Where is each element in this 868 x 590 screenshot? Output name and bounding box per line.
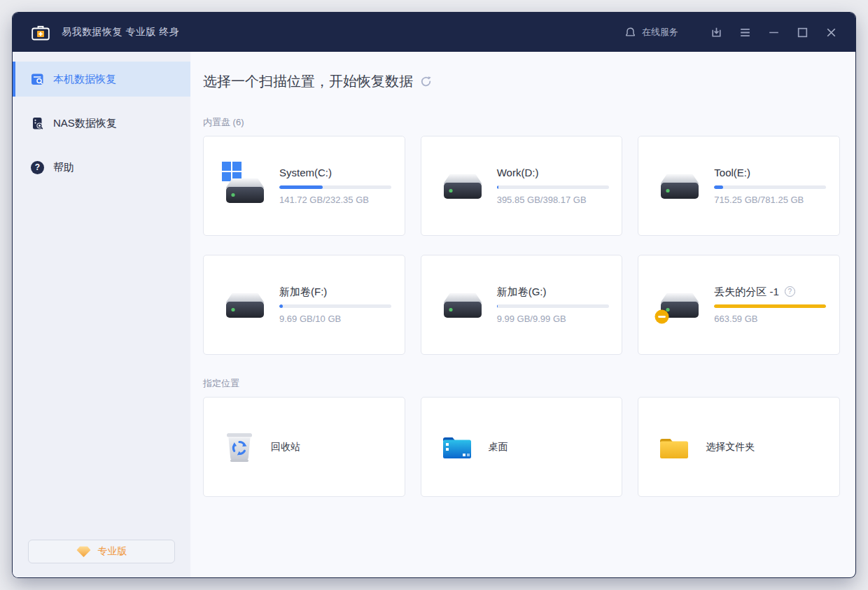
drive-name: 新加卷(F:) <box>279 285 391 298</box>
drive-card-tool-e[interactable]: Tool(E:) 715.25 GB/781.25 GB <box>638 136 840 236</box>
drive-icon-wrap <box>657 162 703 211</box>
titlebar-actions: 在线服务 <box>624 24 839 40</box>
drive-card-work-d[interactable]: Work(D:) 395.85 GB/398.17 GB <box>421 136 623 236</box>
drive-card-system-c[interactable]: System(C:) 141.72 GB/232.35 GB <box>203 136 405 236</box>
nas-recovery-icon <box>31 117 44 130</box>
hard-drive-icon <box>443 291 482 319</box>
drive-usage-bar <box>714 304 826 308</box>
drive-usage-bar <box>497 185 609 189</box>
help-circle-icon[interactable]: ? <box>785 286 795 297</box>
hard-drive-icon <box>443 172 482 200</box>
folder-icon <box>657 430 692 465</box>
section-label-specified-locations: 指定位置 <box>203 377 840 390</box>
hard-drive-icon <box>225 291 265 319</box>
sidebar-item-local-recovery[interactable]: 本机数据恢复 <box>13 62 190 97</box>
drive-icon-wrap <box>657 281 703 330</box>
drive-name: 丢失的分区 -1 <box>714 285 779 298</box>
drive-name: Tool(E:) <box>714 166 826 179</box>
sidebar-item-label: NAS数据恢复 <box>53 117 117 130</box>
refresh-icon[interactable] <box>420 76 432 87</box>
online-service-label: 在线服务 <box>642 26 678 38</box>
drive-usage-bar <box>279 185 391 189</box>
menu-button[interactable] <box>737 24 752 40</box>
drive-capacity: 9.99 GB/9.99 GB <box>497 314 609 325</box>
bell-icon <box>624 27 636 38</box>
page-title: 选择一个扫描位置，开始恢复数据 <box>203 71 840 91</box>
sidebar-item-nas-recovery[interactable]: NAS数据恢复 <box>13 106 190 141</box>
drive-name: Work(D:) <box>497 166 609 179</box>
download-button[interactable] <box>708 24 724 40</box>
sidebar-item-label: 帮助 <box>53 161 74 174</box>
drive-usage-bar <box>497 304 609 308</box>
drive-icon-wrap <box>440 281 486 330</box>
sidebar: 本机数据恢复 NAS数据恢复 ? <box>13 52 190 577</box>
gem-icon <box>76 546 91 558</box>
location-card-desktop[interactable]: 桌面 <box>421 397 623 497</box>
location-card-recycle-bin[interactable]: 回收站 <box>203 397 405 497</box>
drive-capacity: 715.25 GB/781.25 GB <box>714 195 826 206</box>
toolbox-plus-icon <box>31 24 50 41</box>
location-label: 回收站 <box>271 441 300 454</box>
drive-capacity: 9.69 GB/10 GB <box>279 314 391 325</box>
hard-drive-icon <box>660 172 699 200</box>
section-label-internal-drives: 内置盘 (6) <box>203 116 840 129</box>
help-icon: ? <box>31 161 44 174</box>
location-label: 选择文件夹 <box>706 441 755 454</box>
sidebar-item-label: 本机数据恢复 <box>53 73 116 86</box>
drive-card-new-volume-g[interactable]: 新加卷(G:) 9.99 GB/9.99 GB <box>421 255 623 355</box>
drive-usage-bar <box>279 304 391 308</box>
drive-icon-wrap <box>440 162 486 211</box>
drive-card-new-volume-f[interactable]: 新加卷(F:) 9.69 GB/10 GB <box>203 255 405 355</box>
sidebar-item-help[interactable]: ? 帮助 <box>13 150 190 185</box>
pro-version-label: 专业版 <box>98 545 127 558</box>
titlebar: 易我数据恢复 专业版 终身 在线服务 <box>13 13 855 52</box>
local-recovery-icon <box>31 73 44 86</box>
drive-icon-wrap <box>222 162 268 211</box>
location-card-choose-folder[interactable]: 选择文件夹 <box>638 397 840 497</box>
location-label: 桌面 <box>489 441 508 454</box>
desktop-folder-icon <box>440 430 475 465</box>
drives-grid: System(C:) 141.72 GB/232.35 GB Work(D:) <box>203 136 840 355</box>
recycle-bin-icon <box>222 430 257 465</box>
drive-name: 新加卷(G:) <box>497 285 609 298</box>
maximize-button[interactable] <box>794 24 810 40</box>
drive-capacity: 395.85 GB/398.17 GB <box>497 195 609 206</box>
main-content: 选择一个扫描位置，开始恢复数据 内置盘 (6) <box>190 52 855 577</box>
drive-capacity: 141.72 GB/232.35 GB <box>279 195 391 206</box>
drive-usage-bar <box>714 185 826 189</box>
close-button[interactable] <box>823 24 839 40</box>
drive-capacity: 663.59 GB <box>714 314 826 325</box>
minus-badge-icon <box>654 309 669 324</box>
app-title: 易我数据恢复 专业版 终身 <box>62 26 179 38</box>
app-window: 易我数据恢复 专业版 终身 在线服务 <box>13 13 855 577</box>
minimize-button[interactable] <box>766 24 781 40</box>
online-service-button[interactable]: 在线服务 <box>624 26 678 38</box>
drive-card-lost-partition[interactable]: 丢失的分区 -1 ? 663.59 GB <box>638 255 840 355</box>
hard-drive-icon <box>225 176 265 204</box>
drive-icon-wrap <box>222 281 268 330</box>
locations-grid: 回收站 桌面 <box>203 397 840 497</box>
pro-version-button[interactable]: 专业版 <box>28 540 175 563</box>
drive-name: System(C:) <box>279 166 391 179</box>
